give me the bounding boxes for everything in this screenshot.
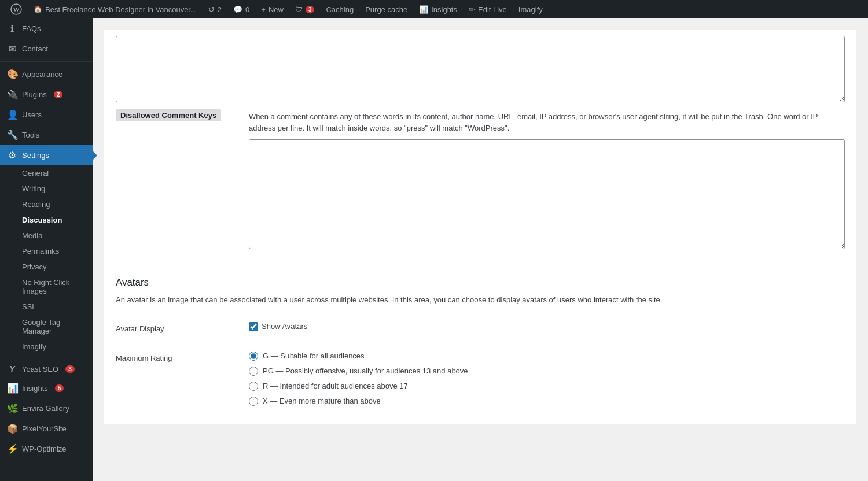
pys-icon: 📦 [7,423,17,434]
wp-logo-item[interactable]: W [5,0,28,18]
rating-pg-label[interactable]: PG — Possibly offensive, usually for aud… [249,367,845,376]
users-icon: 👤 [7,109,17,120]
rating-g-radio[interactable] [249,352,258,361]
revisions-count: 2 [218,5,222,14]
faqs-icon: ℹ [7,23,17,34]
yoast-icon: Y [7,364,17,373]
rating-x-label[interactable]: X — Even more mature than above [249,397,845,406]
permalinks-label: Permalinks [22,247,59,256]
imagify-label: Imagify [518,5,543,14]
show-avatars-text: Show Avatars [262,322,307,331]
sidebar-label-settings: Settings [22,151,49,160]
insights-item[interactable]: 📊 Insights [413,0,463,18]
edit-live-label: Edit Live [478,5,507,14]
rating-r-text: R — Intended for adult audiences above 1… [263,382,408,390]
sidebar-subitem-ssl[interactable]: SSL [0,299,93,314]
caching-item[interactable]: Caching [320,0,359,18]
maximum-rating-content: G — Suitable for all audiences PG — Poss… [249,352,845,406]
google-tag-label: Google Tag Manager [22,318,60,335]
sidebar-item-appearance[interactable]: 🎨 Appearance [0,64,93,84]
sidebar-sep1 [0,61,93,62]
sidebar-subitem-discussion[interactable]: Discussion [0,212,93,228]
purge-cache-item[interactable]: Purge cache [359,0,413,18]
site-name-item[interactable]: 🏠 Best Freelance Web Designer in Vancouv… [28,0,203,18]
disallowed-comment-keys-row: Disallowed Comment Keys When a comment c… [104,104,856,258]
sidebar-item-pixelyoursite[interactable]: 📦 PixelYourSite [0,419,93,439]
no-right-click-label: No Right Click Images [22,278,69,295]
sidebar-item-tools[interactable]: 🔧 Tools [0,125,93,145]
sidebar-subitem-permalinks[interactable]: Permalinks [0,243,93,259]
insights-sidebar-label: Insights [22,384,48,393]
wp-badge: 3 [306,6,315,13]
edit-live-item[interactable]: ✏ Edit Live [463,0,513,18]
disallowed-content-cell: When a comment contains any of these wor… [249,111,845,251]
pys-label: PixelYourSite [22,424,67,433]
sidebar-item-plugins[interactable]: 🔌 Plugins 2 [0,84,93,105]
wpopt-icon: ⚡ [7,443,17,454]
show-avatars-label[interactable]: Show Avatars [249,322,845,331]
sidebar-subitem-privacy[interactable]: Privacy [0,259,93,275]
new-label: New [269,5,284,14]
show-avatars-checkbox[interactable] [249,322,258,331]
sidebar-subitem-writing[interactable]: Writing [0,181,93,197]
top-textarea-section [104,30,856,104]
disallowed-keys-textarea[interactable] [249,139,845,249]
sidebar-label-tools: Tools [22,131,39,139]
main-layout: ℹ FAQs ✉ Contact 🎨 Appearance 🔌 Plugins … [0,18,868,481]
rating-radio-group: G — Suitable for all audiences PG — Poss… [249,352,845,406]
sidebar-item-faqs[interactable]: ℹ FAQs [0,18,93,39]
tools-icon: 🔧 [7,130,17,140]
yoast-label: Yoast SEO [22,365,58,373]
plugins-badge: 2 [54,91,63,98]
sidebar-item-settings[interactable]: ⚙ Settings [0,145,93,165]
sidebar-item-wp-optimize[interactable]: ⚡ WP-Optimize [0,439,93,459]
sidebar-label-users: Users [22,110,42,119]
sidebar-subitem-reading[interactable]: Reading [0,197,93,212]
avatars-description: An avatar is an image that can be associ… [116,294,845,306]
approved-comment-keys-textarea[interactable] [116,36,845,102]
insights-label: Insights [431,5,457,14]
wp-badge-item[interactable]: 🛡 3 [289,0,321,18]
rating-x-radio[interactable] [249,397,258,406]
envira-icon: 🌿 [7,403,17,414]
avatar-display-label: Avatar Display [116,322,237,333]
rating-g-label[interactable]: G — Suitable for all audiences [249,352,845,361]
rating-pg-radio[interactable] [249,367,258,376]
disallowed-description: When a comment contains any of these wor… [249,111,845,134]
revisions-item[interactable]: ↺ 2 [203,0,227,18]
sidebar-item-envira[interactable]: 🌿 Envira Gallery [0,398,93,419]
wpopt-label: WP-Optimize [22,445,67,453]
sidebar-subitem-media[interactable]: Media [0,228,93,243]
privacy-label: Privacy [22,262,47,271]
insights-badge: 5 [55,384,64,392]
sidebar-item-yoast[interactable]: Y Yoast SEO 3 [0,360,93,378]
rating-r-label[interactable]: R — Intended for adult audiences above 1… [249,382,845,391]
envira-label: Envira Gallery [22,404,69,413]
contact-icon: ✉ [7,43,17,54]
sidebar-subitem-general[interactable]: General [0,165,93,181]
comments-item[interactable]: 💬 0 [227,0,255,18]
sidebar: ℹ FAQs ✉ Contact 🎨 Appearance 🔌 Plugins … [0,18,93,481]
discussion-label: Discussion [22,216,62,224]
new-item[interactable]: + New [255,0,289,18]
appearance-icon: 🎨 [7,69,17,80]
sidebar-subitem-no-right-click[interactable]: No Right Click Images [0,275,93,299]
rating-r-radio[interactable] [249,382,258,391]
ssl-label: SSL [22,302,36,311]
sidebar-sep2 [0,357,93,357]
sidebar-item-insights[interactable]: 📊 Insights 5 [0,378,93,398]
imagify-item[interactable]: Imagify [513,0,549,18]
reading-label: Reading [22,200,50,209]
sidebar-subitem-google-tag[interactable]: Google Tag Manager [0,314,93,339]
rating-g-text: G — Suitable for all audiences [263,352,365,360]
imagify-sidebar-label: Imagify [22,342,46,351]
main-content: Disallowed Comment Keys When a comment c… [93,18,868,481]
sidebar-item-users[interactable]: 👤 Users [0,105,93,125]
maximum-rating-row: Maximum Rating G — Suitable for all audi… [116,345,845,413]
yoast-badge: 3 [65,365,75,373]
sidebar-label-contact: Contact [22,45,48,53]
sidebar-subitem-imagify[interactable]: Imagify [0,339,93,354]
disallowed-label-text: Disallowed Comment Keys [116,109,221,121]
rating-pg-text: PG — Possibly offensive, usually for aud… [263,367,468,375]
sidebar-item-contact[interactable]: ✉ Contact [0,39,93,59]
